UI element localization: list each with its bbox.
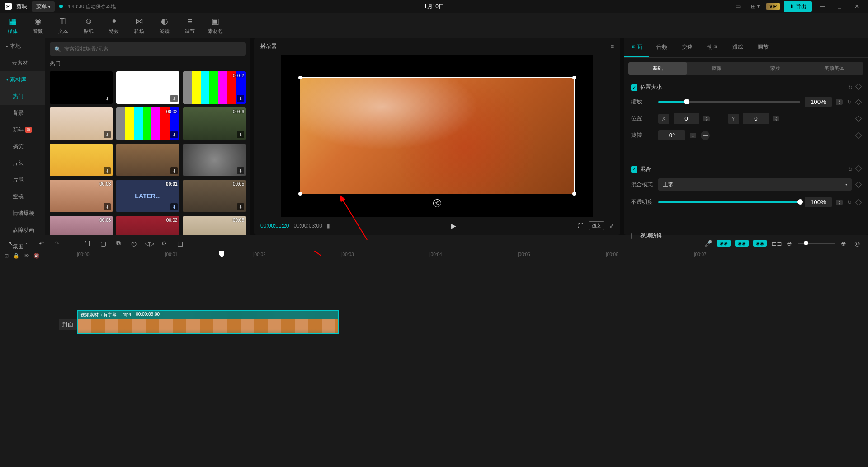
material-thumb[interactable]: 00:03⬇ [50,216,113,235]
sidebar-sub-片头[interactable]: 片头 [0,155,45,172]
maximize-button[interactable]: ◻ [833,3,846,9]
scale-input[interactable] [805,97,832,107]
cover-button[interactable]: 封面 [59,319,77,330]
redo-button[interactable]: ↷ [52,240,61,247]
sidebar-sub-情绪爆梗[interactable]: 情绪爆梗 [0,205,45,222]
download-icon[interactable]: ⬇ [237,167,244,174]
reset-icon[interactable]: ↻ [848,84,853,91]
opacity-keyframe[interactable] [855,199,862,205]
speed-tool[interactable]: ◷ [129,240,138,247]
download-icon[interactable]: ⬇ [104,131,111,138]
delete-tool[interactable]: ▢ [99,240,108,247]
download-icon[interactable]: ⬇ [170,95,178,102]
props-subtab-蒙版[interactable]: 蒙版 [746,62,805,75]
material-thumb[interactable]: ⬇ [183,144,246,176]
download-icon[interactable]: ⬇ [170,131,178,138]
material-thumb[interactable]: 00:06⬇ [183,107,246,140]
sidebar-sub-搞笑[interactable]: 搞笑 [0,138,45,155]
material-thumb[interactable]: LATER...00:01⬇ [116,180,179,212]
blend-reset-icon[interactable]: ↻ [848,166,853,173]
snap-main-button[interactable]: ◉◉ [717,240,731,247]
props-tab-画面[interactable]: 画面 [624,38,649,57]
resize-handle-bl[interactable] [298,192,302,196]
mirror-tool[interactable]: ◁▷ [145,240,154,247]
download-icon[interactable]: ⬇ [104,203,111,210]
top-tab-特效[interactable]: ✦特效 [101,16,127,35]
props-subtab-美颜美体[interactable]: 美颜美体 [805,62,863,75]
material-thumb[interactable]: 00:02⬇ [183,71,246,104]
material-thumb[interactable]: ⬇ [116,144,179,176]
resize-handle-tr[interactable] [572,76,576,79]
material-thumb[interactable]: 00:02⬇ [116,107,179,140]
keyframe-button[interactable] [855,83,862,89]
y-input[interactable] [743,113,769,124]
sidebar-sub-空镜[interactable]: 空镜 [0,188,45,205]
opacity-slider[interactable] [658,201,800,203]
sidebar-sub-热门[interactable]: 热门 [0,88,45,105]
layout-icon[interactable]: ▭ [731,3,745,9]
material-thumb[interactable]: 00:05⬇ [183,216,246,235]
opacity-reset-icon[interactable]: ↻ [847,199,852,205]
download-icon[interactable]: ⬇ [170,203,178,210]
top-tab-媒体[interactable]: ▦媒体 [0,16,25,35]
opacity-input[interactable] [805,197,832,207]
undo-button[interactable]: ↶ [37,240,46,247]
align-icon[interactable]: ⊏⊐ [771,240,780,247]
stabilize-checkbox[interactable] [631,233,637,239]
split-tool[interactable]: ⸶⸷ [83,240,92,247]
search-input[interactable]: 🔍 搜索视频场景/元素 [50,42,246,56]
zoom-in-icon[interactable]: ⊕ [839,240,848,247]
blend-mode-select[interactable]: 正常 ▾ [658,178,852,191]
rotate-input[interactable] [658,130,685,140]
scale-reset-icon[interactable]: ↻ [847,99,852,105]
top-tab-素材包[interactable]: ▣素材包 [203,16,228,35]
play-button[interactable]: ▶ [451,222,456,229]
scale-keyframe[interactable] [855,98,862,105]
download-icon[interactable]: ⬇ [104,167,111,174]
top-tab-音频[interactable]: ◉音频 [25,16,51,35]
marker-icon[interactable]: ▮ [327,223,330,229]
material-thumb[interactable]: 00:05⬇ [183,180,246,212]
material-thumb[interactable]: ⬇ [50,107,113,140]
player-menu-icon[interactable]: ≡ [611,43,614,50]
material-thumb[interactable]: ⬇ [50,71,113,104]
crop-tool[interactable]: ◫ [175,240,184,247]
select-dropdown[interactable]: ▾ [22,241,31,245]
export-button[interactable]: ⬆ 导出 [784,1,812,12]
zoom-fit-icon[interactable]: ◎ [853,240,862,247]
track-eye-icon[interactable]: 👁 [24,253,29,258]
video-frame[interactable]: ⟲ [300,77,574,194]
download-icon[interactable]: ⬇ [237,131,244,138]
rotate-keyframe[interactable] [855,132,862,138]
rotate-tool[interactable]: ⟳ [160,240,169,247]
menu-button[interactable]: 菜单 ▾ [32,1,55,12]
track-lock2-icon[interactable]: 🔒 [13,253,19,259]
position-keyframe[interactable] [855,115,862,121]
zoom-out-icon[interactable]: ⊖ [785,240,794,247]
sidebar-sub-新年[interactable]: 新年新 [0,121,45,138]
track-mute-icon[interactable]: 🔇 [33,253,40,259]
position-size-checkbox[interactable]: ✓ [631,84,637,91]
vip-badge[interactable]: VIP [766,3,780,10]
snap-third-button[interactable]: ◉◉ [753,240,767,247]
download-icon[interactable]: ⬇ [104,95,111,102]
blend-keyframe[interactable] [855,165,862,171]
copy-tool[interactable]: ⧉ [114,239,123,247]
fullscreen-icon[interactable]: ⤢ [609,223,614,229]
select-tool[interactable]: ↖ [6,240,15,247]
panel-icon[interactable]: ⊞ ▾ [749,3,762,9]
material-thumb[interactable]: ⬇ [50,144,113,176]
sidebar-item-云素材[interactable]: 云素材 [0,55,45,71]
props-subtab-抠像[interactable]: 抠像 [687,62,746,75]
playhead[interactable] [222,251,222,467]
top-tab-滤镜[interactable]: ◐滤镜 [152,16,177,35]
download-icon[interactable]: ⬇ [237,203,244,210]
material-thumb[interactable]: 00:03⬇ [50,180,113,212]
material-thumb[interactable]: ⬇ [116,71,179,104]
ratio-button[interactable]: 适应 [589,221,604,230]
video-clip[interactable]: 视频素材（有字幕）.mp4 00:00:03:00 [77,310,339,334]
focus-icon[interactable]: ⛶ [578,223,583,229]
track-lock-icon[interactable]: ⊡ [5,253,9,259]
zoom-slider[interactable] [798,243,835,244]
sidebar-item-素材库[interactable]: ▾素材库 [0,71,45,88]
